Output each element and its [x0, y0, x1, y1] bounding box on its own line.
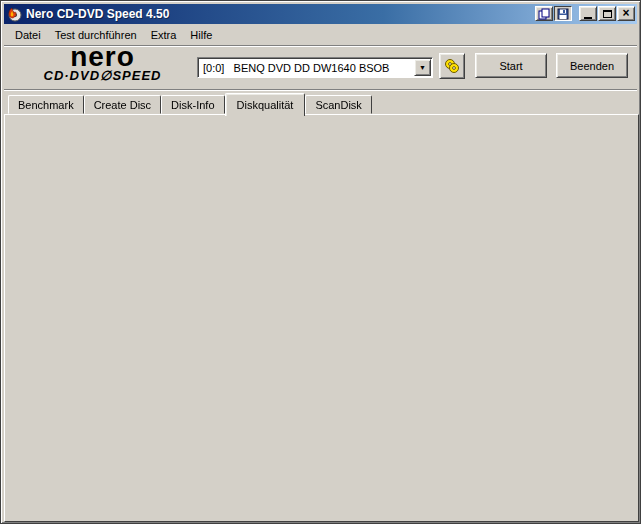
nero-logo-text: nero [15, 46, 190, 68]
tab-create-disc-label: Create Disc [94, 99, 151, 111]
tab-disk-info[interactable]: Disk-Info [161, 95, 224, 114]
copy-to-clipboard-button[interactable] [535, 6, 553, 21]
close-icon: × [622, 7, 629, 19]
window-title: Nero CD-DVD Speed 4.50 [26, 7, 169, 21]
minimize-icon [584, 17, 592, 19]
tab-create-disc[interactable]: Create Disc [84, 95, 161, 114]
tab-strip: Benchmark Create Disc Disk-Info Diskqual… [8, 93, 372, 116]
chevron-down-icon: ▼ [419, 64, 426, 71]
minimize-button[interactable] [579, 6, 597, 21]
cdspeed-logo-text: CD·DVD∅SPEED [15, 68, 190, 83]
tab-diskqualitaet-label: Diskqualität [237, 99, 294, 111]
tab-diskqualitaet[interactable]: Diskqualität [225, 93, 306, 116]
menu-hilfe[interactable]: Hilfe [183, 27, 219, 43]
quit-button[interactable]: Beenden [556, 53, 628, 78]
drive-selector-value: [0:0] BENQ DVD DD DW1640 BSOB [198, 62, 414, 74]
app-window: Nero CD-DVD Speed 4.50 [0, 0, 641, 524]
menu-extra[interactable]: Extra [144, 27, 184, 43]
tab-benchmark[interactable]: Benchmark [8, 95, 84, 114]
maximize-icon [603, 10, 612, 18]
diskqualitaet-page [4, 114, 639, 522]
drive-selector[interactable]: [0:0] BENQ DVD DD DW1640 BSOB ▼ [197, 57, 433, 78]
eject-disc-icon [443, 57, 461, 75]
save-icon [557, 8, 569, 20]
start-button[interactable]: Start [475, 53, 547, 78]
menu-datei[interactable]: Datei [8, 27, 48, 43]
titlebar-buttons: × [535, 6, 635, 21]
tab-scandisk-label: ScanDisk [315, 99, 361, 111]
tab-benchmark-label: Benchmark [18, 99, 74, 111]
maximize-button[interactable] [598, 6, 616, 21]
nero-logo: nero CD·DVD∅SPEED [15, 46, 190, 83]
eject-button[interactable] [439, 53, 465, 79]
close-button[interactable]: × [617, 6, 635, 21]
title-bar: Nero CD-DVD Speed 4.50 [4, 4, 637, 24]
nero-app-icon [7, 7, 22, 22]
drive-selector-dropdown-button[interactable]: ▼ [414, 59, 431, 76]
copy-icon [538, 8, 550, 20]
tab-disk-info-label: Disk-Info [171, 99, 214, 111]
header-separator [4, 89, 637, 91]
save-button[interactable] [554, 6, 572, 21]
tab-scandisk[interactable]: ScanDisk [305, 95, 371, 114]
